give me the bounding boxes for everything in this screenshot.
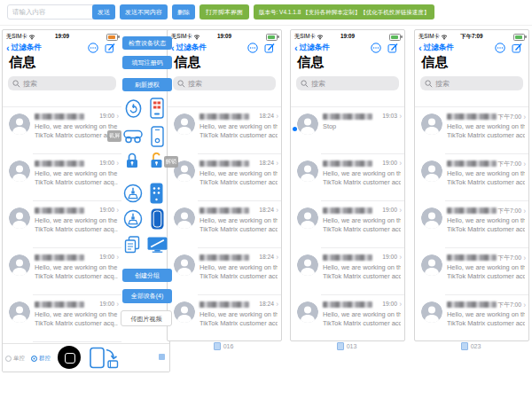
mode-group-radio[interactable]: 群控 <box>31 355 51 363</box>
rotate-screen-icon[interactable] <box>89 346 119 370</box>
search-input[interactable]: 搜索 <box>420 76 523 90</box>
message-row[interactable]: 19:00› Hello, we are working on the TikT… <box>291 248 404 295</box>
message-row[interactable]: 19:00› Hello, we are working on the TikT… <box>3 154 121 201</box>
message-time: 19:00› <box>99 301 119 307</box>
chevron-left-icon: ‹ <box>6 44 10 51</box>
back-filter-button[interactable]: ‹过滤条件 <box>6 43 42 53</box>
back-filter-button[interactable]: ‹过滤条件 <box>294 43 330 53</box>
message-input[interactable] <box>7 4 96 20</box>
radio-icon <box>5 356 12 362</box>
chevron-left-icon: ‹ <box>419 44 422 51</box>
search-icon <box>301 80 309 88</box>
phone-screen-2[interactable]: 无SIM卡 19:09 ‹过滤条件 信息 搜索 18:24› Hello, we… <box>167 29 282 341</box>
top-toolbar: 发送 发送不同内容 删除 打开脚本界面 版本号: V4.1.1.8 【支持各种脚… <box>0 0 532 26</box>
goggles-icon[interactable] <box>123 129 143 144</box>
compose-icon[interactable] <box>387 43 398 53</box>
more-options-icon[interactable] <box>495 43 505 53</box>
copy-files-icon[interactable] <box>123 236 141 254</box>
message-row[interactable]: 19:00› Hello, we are working on the TikT… <box>3 295 121 342</box>
status-bar: 无SIM卡 19:09 <box>168 31 281 41</box>
message-row[interactable]: 19:00› Hello, we are working on the TikT… <box>3 107 121 154</box>
power-check-icon[interactable] <box>124 98 143 119</box>
redacted-contact-name <box>447 113 497 120</box>
redacted-contact-name <box>323 207 372 214</box>
open-script-button[interactable]: 打开脚本界面 <box>200 4 249 20</box>
message-row[interactable]: 下午7:00› Hello, we are working on the Tik… <box>415 107 528 154</box>
unlock-icon[interactable] <box>148 152 164 169</box>
message-row[interactable]: 下午7:00› Hello, we are working on the Tik… <box>415 295 528 341</box>
chevron-left-icon: ‹ <box>294 44 298 51</box>
phone1-screen-area[interactable]: 无SIM卡 19:09 ‹过滤条件 信息 搜索 19:00› Hello, we… <box>3 30 121 372</box>
phone-alert-icon[interactable] <box>150 98 164 119</box>
search-input[interactable]: 搜索 <box>173 76 276 90</box>
message-time: 19:00› <box>382 301 402 307</box>
phone-screen-3[interactable]: 无SIM卡 19:09 ‹过滤条件 信息 搜索 19:03› Stop <box>290 29 405 341</box>
message-preview-line1: Hello, we are working on the <box>323 169 401 178</box>
more-options-icon[interactable] <box>247 43 258 53</box>
status-bar: 无SIM卡 下午7:09 <box>415 31 528 41</box>
phone-screen-4[interactable]: 无SIM卡 下午7:09 ‹过滤条件 信息 搜索 下午7:00› Hello, … <box>414 29 529 341</box>
phone-grid-icon[interactable] <box>150 183 163 204</box>
back-filter-button[interactable]: ‹过滤条件 <box>419 43 454 53</box>
redacted-contact-name <box>35 301 84 308</box>
message-row[interactable]: 18:24› Hello, we are working on the TikT… <box>168 248 281 295</box>
send-button[interactable]: 发送 <box>92 4 115 20</box>
create-group-button[interactable]: 创建分组 <box>122 269 172 282</box>
phone-portrait-icon[interactable] <box>151 126 164 147</box>
fill-registration-code-button[interactable]: 填写注册码 <box>122 56 172 69</box>
compose-icon[interactable] <box>105 43 115 53</box>
mode-single-radio[interactable]: 单控 <box>5 355 25 363</box>
more-options-icon[interactable] <box>88 43 98 53</box>
message-row[interactable]: 下午7:00› Hello, we are working on the Tik… <box>415 248 528 295</box>
more-options-icon[interactable] <box>371 43 381 53</box>
compose-icon[interactable] <box>512 43 522 53</box>
message-preview-line2: TikTok Matrix customer acq... <box>447 131 525 140</box>
status-time: 19:09 <box>168 33 281 39</box>
send-different-button[interactable]: 发送不同内容 <box>120 4 168 20</box>
all-devices-button[interactable]: 全部设备(4) <box>122 289 172 303</box>
message-row[interactable]: 下午7:00› Hello, we are working on the Tik… <box>415 154 528 201</box>
message-row[interactable]: 19:00› Hello, we are working on the TikT… <box>3 201 121 248</box>
message-row[interactable]: 19:03› Stop <box>291 107 404 154</box>
device-icon <box>214 342 221 350</box>
avatar <box>174 254 195 276</box>
check-device-status-button[interactable]: 检查设备状态 <box>122 36 172 50</box>
message-preview-line1: Hello, we are working on the <box>323 263 401 272</box>
phone-filled-icon[interactable] <box>151 208 164 230</box>
redacted-contact-name <box>200 254 249 261</box>
message-time: 下午7:00› <box>497 160 526 168</box>
lock-icon[interactable] <box>125 152 139 169</box>
search-input[interactable]: 搜索 <box>8 76 116 90</box>
message-row[interactable]: 18:24› Hello, we are working on the TikT… <box>168 154 281 201</box>
status-time: 19:09 <box>3 33 121 39</box>
message-preview-line1: Hello, we are working on the <box>447 216 525 225</box>
delete-button[interactable]: 删除 <box>172 4 195 20</box>
message-row[interactable]: 18:24› Hello, we are working on the TikT… <box>168 201 281 248</box>
message-preview-line2: TikTok Matrix customer acq... <box>200 225 278 234</box>
search-input[interactable]: 搜索 <box>296 76 399 90</box>
message-list: 19:00› Hello, we are working on the TikT… <box>3 106 121 342</box>
compose-icon[interactable] <box>264 43 275 53</box>
message-row[interactable]: 下午7:00› Hello, we are working on the Tik… <box>415 201 528 248</box>
redacted-contact-name <box>447 254 497 261</box>
send-media-button[interactable]: 传图片视频 <box>121 310 172 326</box>
message-time: 下午7:00› <box>497 113 526 121</box>
message-row[interactable]: 19:00› Hello, we are working on the TikT… <box>291 295 404 341</box>
tooltip-unlock: 解锁 <box>164 156 178 168</box>
message-preview-line2: TikTok Matrix customer acq... <box>323 178 401 187</box>
message-row[interactable]: 19:00› Hello, we are working on the TikT… <box>291 154 404 201</box>
monitor-cast-icon[interactable] <box>147 237 168 254</box>
avatar <box>9 207 30 229</box>
back-filter-button[interactable]: ‹过滤条件 <box>171 43 207 53</box>
message-row[interactable]: 18:24› Hello, we are working on the TikT… <box>168 107 281 154</box>
unread-dot <box>293 127 297 131</box>
mini-square-toggle[interactable] <box>159 354 165 360</box>
message-row[interactable]: 18:24› Hello, we are working on the TikT… <box>168 295 281 341</box>
clean-screen-icon[interactable] <box>123 184 143 203</box>
refresh-authorization-button[interactable]: 刷新授权 <box>122 78 172 91</box>
clean-device-icon[interactable] <box>123 209 143 229</box>
message-time: 下午7:00› <box>497 207 526 215</box>
message-row[interactable]: 19:00› Hello, we are working on the TikT… <box>291 201 404 248</box>
assistive-touch-button[interactable] <box>58 346 81 369</box>
message-row[interactable]: 19:00› Hello, we are working on the TikT… <box>3 248 121 295</box>
